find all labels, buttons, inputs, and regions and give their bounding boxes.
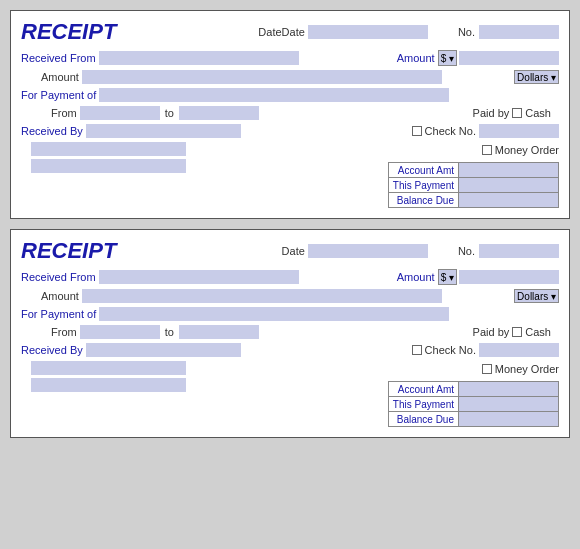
- receipt2-account-amt-input[interactable]: [459, 382, 559, 397]
- receipt1-received-by-label: Received By: [21, 125, 86, 137]
- receipt1-check-checkbox[interactable]: [412, 126, 422, 136]
- receipt2-money-order-checkbox[interactable]: [482, 364, 492, 374]
- receipt2-money-order-label: Money Order: [495, 363, 559, 375]
- receipt2-this-payment-input[interactable]: [459, 397, 559, 412]
- receipt1-no-input[interactable]: [479, 25, 559, 39]
- receipt2-amount-input[interactable]: [459, 270, 559, 284]
- receipt1-amount-label: Amount: [397, 52, 438, 64]
- receipt1-from-input[interactable]: [80, 106, 160, 120]
- receipt1-account-table: Account Amt This Payment Balance Due: [388, 162, 559, 208]
- receipt2-from-input[interactable]: [80, 325, 160, 339]
- receipt1-received-by-sig1[interactable]: [31, 142, 186, 156]
- receipt2-no-input[interactable]: [479, 244, 559, 258]
- receipt2-currency-select[interactable]: $ ▾: [438, 269, 457, 285]
- receipt1-for-payment-input[interactable]: [99, 88, 449, 102]
- receipt2-received-by-sig1[interactable]: [31, 361, 186, 375]
- receipt2-date-input[interactable]: [308, 244, 428, 258]
- receipt2-paid-by-label: Paid by: [473, 326, 513, 338]
- receipt2-received-by-label: Received By: [21, 344, 86, 356]
- receipt1-check-no-input[interactable]: [479, 124, 559, 138]
- receipt1-account-amt-input[interactable]: [459, 163, 559, 178]
- receipt1-no-label: No.: [458, 26, 475, 38]
- receipt2-received-from-label: Received From: [21, 271, 99, 283]
- receipt2-no-label: No.: [458, 245, 475, 257]
- receipt2-this-payment-label: This Payment: [388, 397, 458, 412]
- receipt1-to-label: to: [165, 107, 174, 119]
- receipt2-dollars-select[interactable]: Dollars ▾: [514, 289, 559, 303]
- receipt1-received-from-input[interactable]: [99, 51, 299, 65]
- receipt1-check-no-label: Check No.: [425, 125, 479, 137]
- receipt2-amount-label: Amount: [397, 271, 438, 283]
- receipt2-balance-due-input[interactable]: [459, 412, 559, 427]
- receipt1-date-label: Date: [258, 26, 281, 38]
- receipt2-from-label: From: [51, 326, 80, 338]
- receipt2-cash-checkbox[interactable]: [512, 327, 522, 337]
- receipt1-amount-row-label: Amount: [21, 71, 82, 83]
- receipt2-to-label: to: [165, 326, 174, 338]
- receipt1-money-order-checkbox[interactable]: [482, 145, 492, 155]
- receipt2-received-from-input[interactable]: [99, 270, 299, 284]
- receipt2-for-payment-label: For Payment of: [21, 308, 99, 320]
- receipt1-balance-due-input[interactable]: [459, 193, 559, 208]
- receipt1-money-order-label: Money Order: [495, 144, 559, 156]
- receipt1-this-payment-input[interactable]: [459, 178, 559, 193]
- receipt1-received-from-label: Received From: [21, 52, 99, 64]
- receipt2-amount-row-label: Amount: [21, 290, 82, 302]
- receipt1-balance-due-label: Balance Due: [388, 193, 458, 208]
- receipt1-date-label: Date: [282, 26, 308, 38]
- receipt2-received-by-input[interactable]: [86, 343, 241, 357]
- receipt1-to-input[interactable]: [179, 106, 259, 120]
- receipt1-cash-label: Cash: [525, 107, 551, 119]
- receipt1-currency-select[interactable]: $ ▾: [438, 50, 457, 66]
- receipt2-cash-label: Cash: [525, 326, 551, 338]
- receipt2-title: RECEIPT: [21, 238, 116, 264]
- receipt1-account-amt-label: Account Amt: [388, 163, 458, 178]
- receipt1-for-payment-label: For Payment of: [21, 89, 99, 101]
- receipt2-to-input[interactable]: [179, 325, 259, 339]
- receipt1-title: RECEIPT: [21, 19, 116, 45]
- receipt2-received-by-sig2[interactable]: [31, 378, 186, 392]
- receipt1-received-by-input[interactable]: [86, 124, 241, 138]
- receipt2-check-no-input[interactable]: [479, 343, 559, 357]
- receipt2-account-amt-label: Account Amt: [388, 382, 458, 397]
- receipt2-check-no-label: Check No.: [425, 344, 479, 356]
- receipt1-paid-by-label: Paid by: [473, 107, 513, 119]
- receipt1-amount-input[interactable]: [459, 51, 559, 65]
- receipt-2: RECEIPT Date No. Received From Amount $ …: [10, 229, 570, 438]
- receipt-1: RECEIPT Date Date No. Received From Amou…: [10, 10, 570, 219]
- receipt2-amount-words-input[interactable]: [82, 289, 442, 303]
- receipt1-date-input[interactable]: [308, 25, 428, 39]
- receipt2-check-checkbox[interactable]: [412, 345, 422, 355]
- receipt2-account-table: Account Amt This Payment Balance Due: [388, 381, 559, 427]
- receipt1-from-label: From: [51, 107, 80, 119]
- receipt1-this-payment-label: This Payment: [388, 178, 458, 193]
- receipt2-date-label: Date: [282, 245, 308, 257]
- receipt1-amount-words-input[interactable]: [82, 70, 442, 84]
- receipt1-received-by-sig2[interactable]: [31, 159, 186, 173]
- receipt2-balance-due-label: Balance Due: [388, 412, 458, 427]
- receipt1-dollars-select[interactable]: Dollars ▾: [514, 70, 559, 84]
- receipt2-for-payment-input[interactable]: [99, 307, 449, 321]
- receipt1-cash-checkbox[interactable]: [512, 108, 522, 118]
